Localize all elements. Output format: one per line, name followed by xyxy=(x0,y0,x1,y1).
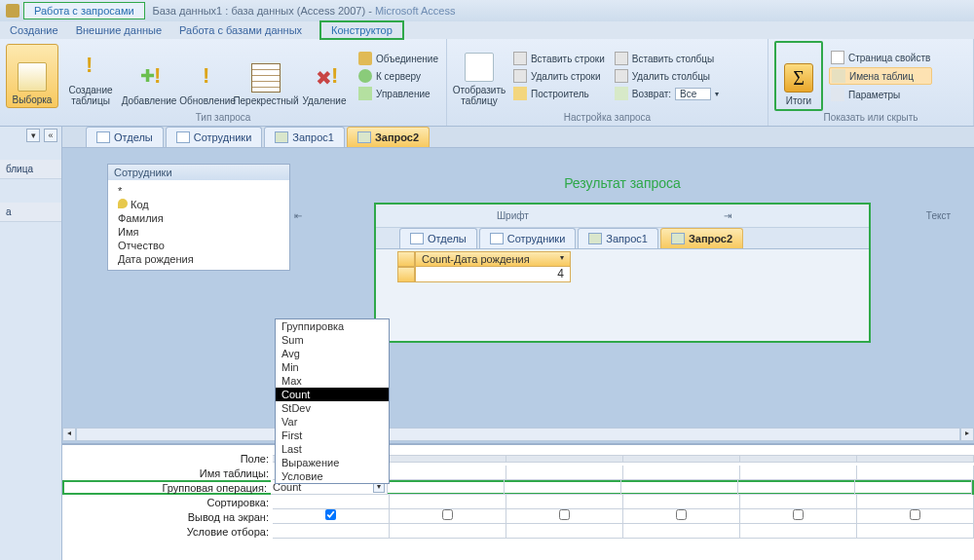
table-names-toggle[interactable]: Имена таблиц xyxy=(829,67,932,85)
aggregate-option[interactable]: Условие xyxy=(276,469,389,483)
datasheet-column-header[interactable]: Count-Дата рождения▾ xyxy=(415,251,571,267)
tab-sotrudniki[interactable]: Сотрудники xyxy=(166,127,263,147)
nav-item[interactable]: блица xyxy=(0,160,61,179)
query-append-button[interactable]: Добавление xyxy=(123,44,175,108)
qbe-cell[interactable] xyxy=(506,524,623,539)
tab-otdely[interactable]: Отделы xyxy=(399,228,477,248)
nav-dropdown-icon[interactable]: ▾ xyxy=(26,129,40,142)
show-table-button[interactable]: Отобразить таблицу xyxy=(453,44,506,108)
qbe-cell[interactable] xyxy=(857,455,974,463)
object-tab-strip: Отделы Сотрудники Запрос1 Запрос2 xyxy=(62,127,974,148)
tab-zapros2[interactable]: Запрос2 xyxy=(660,228,743,248)
field-item[interactable]: Дата рождения xyxy=(118,252,280,266)
tab-otdely[interactable]: Отделы xyxy=(86,127,164,147)
ribbon-tab-create[interactable]: Создание xyxy=(10,24,58,36)
qbe-cell[interactable] xyxy=(390,524,506,539)
qbe-cell[interactable] xyxy=(388,480,505,495)
field-star[interactable]: * xyxy=(118,184,280,198)
scroll-left-button[interactable]: ◂ xyxy=(62,428,76,441)
qbe-cell[interactable] xyxy=(621,480,738,495)
query-delete-button[interactable]: Удаление xyxy=(298,44,351,108)
h-scrollbar[interactable]: ◂ ▸ xyxy=(62,428,974,441)
qbe-cell[interactable] xyxy=(390,455,506,463)
qbe-cell[interactable] xyxy=(273,495,390,509)
qbe-cell[interactable] xyxy=(740,524,857,539)
chevron-down-icon[interactable]: ▾ xyxy=(560,253,564,265)
ribbon-tab-designer[interactable]: Конструктор xyxy=(319,20,404,40)
query-datadef-button[interactable]: Управление xyxy=(356,86,440,101)
qbe-cell[interactable] xyxy=(857,466,974,480)
aggregate-option[interactable]: StDev xyxy=(276,401,389,415)
scroll-right-button[interactable]: ▸ xyxy=(960,428,974,441)
qbe-cell[interactable] xyxy=(740,455,857,463)
query-maketable-button[interactable]: Создание таблицы xyxy=(64,44,117,108)
return-combo[interactable]: Возврат: Все▾ xyxy=(613,86,722,101)
delete-cols-button[interactable]: Удалить столбцы xyxy=(613,68,722,84)
qbe-show-checkbox[interactable] xyxy=(623,509,740,524)
tab-zapros2[interactable]: Запрос2 xyxy=(347,127,430,147)
property-sheet-button[interactable]: Страница свойств xyxy=(829,50,932,65)
tab-zapros1[interactable]: Запрос1 xyxy=(578,228,658,248)
field-item[interactable]: Фамилия xyxy=(118,211,280,225)
qbe-cell[interactable] xyxy=(506,455,623,463)
qbe-cell[interactable] xyxy=(623,524,740,539)
select-all-corner[interactable] xyxy=(397,251,415,267)
datasheet-cell[interactable]: 4 xyxy=(415,267,571,282)
ribbon-tab-dbtools[interactable]: Работа с базами данных xyxy=(179,24,302,36)
aggregate-option[interactable]: Min xyxy=(276,360,389,374)
qbe-cell[interactable] xyxy=(857,495,974,509)
query-select-button[interactable]: Выборка xyxy=(6,44,58,108)
aggregate-option[interactable]: Last xyxy=(276,442,389,456)
tab-zapros1[interactable]: Запрос1 xyxy=(264,127,345,147)
qbe-cell[interactable] xyxy=(390,495,506,509)
query-crosstab-button[interactable]: Перекрестный xyxy=(240,44,292,108)
ribbon-tab-external[interactable]: Внешние данные xyxy=(76,24,162,36)
query-passthrough-button[interactable]: К серверу xyxy=(356,68,440,84)
qbe-cell[interactable] xyxy=(273,524,390,539)
qbe-cell[interactable] xyxy=(623,495,740,509)
row-selector[interactable] xyxy=(397,267,415,282)
qbe-cell[interactable] xyxy=(506,495,623,509)
aggregate-option[interactable]: First xyxy=(276,429,389,442)
aggregate-option[interactable]: Var xyxy=(276,415,389,429)
qbe-show-checkbox[interactable] xyxy=(506,509,623,524)
query-union-button[interactable]: Объединение xyxy=(356,51,440,66)
qbe-show-checkbox[interactable] xyxy=(390,509,506,524)
qbe-cell[interactable] xyxy=(623,466,740,480)
qbe-label-total: Групповая операция: xyxy=(64,482,271,494)
aggregate-option[interactable]: Выражение xyxy=(276,456,389,469)
qbe-show-checkbox[interactable] xyxy=(273,509,390,524)
builder-button[interactable]: Построитель xyxy=(511,86,607,101)
qbe-show-checkbox[interactable] xyxy=(740,509,857,524)
aggregate-option[interactable]: Группировка xyxy=(276,319,389,333)
qbe-cell[interactable] xyxy=(506,466,623,480)
qbe-cell[interactable] xyxy=(857,524,974,539)
qbe-show-checkbox[interactable] xyxy=(857,509,974,524)
aggregate-option[interactable]: Avg xyxy=(276,347,389,360)
query-update-button[interactable]: Обновление xyxy=(181,44,234,108)
qbe-cell[interactable] xyxy=(505,480,621,495)
qbe-cell[interactable] xyxy=(740,466,857,480)
aggregate-option[interactable]: Sum xyxy=(276,333,389,347)
query-icon xyxy=(671,233,685,244)
field-item[interactable]: Имя xyxy=(118,225,280,239)
aggregate-option[interactable]: Max xyxy=(276,374,389,388)
field-item[interactable]: Код xyxy=(118,198,280,211)
qbe-cell[interactable] xyxy=(390,466,506,480)
totals-button[interactable]: Итоги xyxy=(777,44,820,108)
nav-item[interactable]: а xyxy=(0,203,61,222)
insert-cols-button[interactable]: Вставить столбцы xyxy=(613,51,722,66)
qbe-cell[interactable] xyxy=(623,455,740,463)
qbe-cell[interactable] xyxy=(738,480,855,495)
qbe-cell[interactable] xyxy=(740,495,857,509)
insert-rows-button[interactable]: Вставить строки xyxy=(511,51,607,66)
field-item[interactable]: Отчество xyxy=(118,239,280,252)
delete-rows-button[interactable]: Удалить строки xyxy=(511,68,607,84)
tab-sotrudniki[interactable]: Сотрудники xyxy=(479,228,577,248)
parameters-button[interactable]: Параметры xyxy=(829,87,932,102)
qbe-cell[interactable] xyxy=(855,480,972,495)
table-field-list[interactable]: Сотрудники * Код Фамилия Имя Отчество Да… xyxy=(107,164,290,271)
nav-collapse-button[interactable]: « xyxy=(44,129,57,142)
aggregate-dropdown-list[interactable]: ГруппировкаSumAvgMinMaxCountStDevVarFirs… xyxy=(275,318,390,484)
aggregate-option[interactable]: Count xyxy=(276,388,389,401)
